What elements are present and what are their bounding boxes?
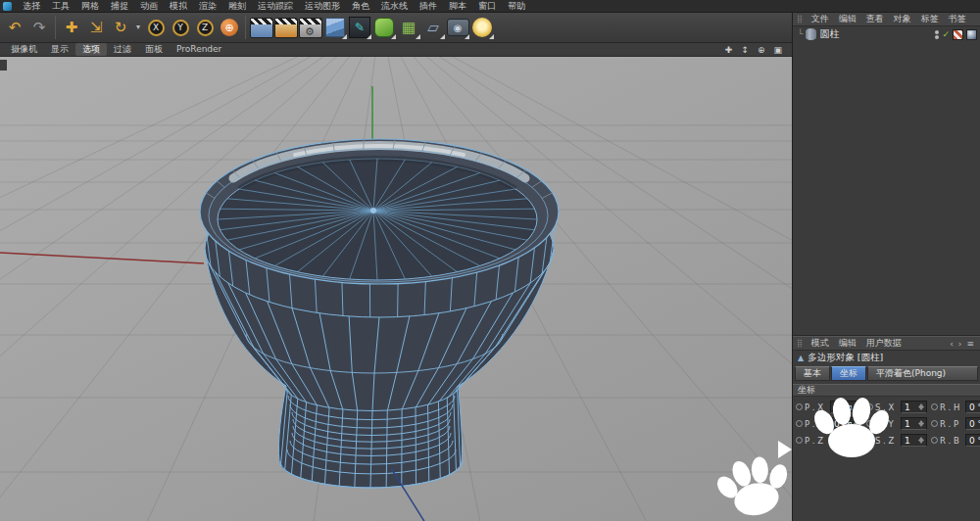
floor-environment-button[interactable]: ▱ <box>421 15 445 40</box>
coord-label: S . X <box>875 403 899 412</box>
menubar-item[interactable]: 雕刻 <box>222 0 252 13</box>
object-name[interactable]: 圆柱 <box>819 27 839 41</box>
attribute-manager-menu-item[interactable]: 编辑 <box>834 337 861 350</box>
keyframe-circle-icon[interactable] <box>866 403 873 410</box>
viewport-dolly-icon[interactable]: ↕ <box>741 45 749 55</box>
tab-phong[interactable]: 平滑着色(Phong) <box>867 366 978 381</box>
viewport[interactable] <box>0 57 792 521</box>
panel-grip-icon[interactable]: ⣿ <box>797 339 803 348</box>
cube-primitive-button[interactable] <box>323 15 347 40</box>
keyframe-circle-icon[interactable] <box>931 403 938 410</box>
scale-cell: S . Y 1 <box>866 417 927 430</box>
options-menu-icon[interactable]: ≡ <box>966 339 974 349</box>
keyframe-circle-icon[interactable] <box>796 437 803 444</box>
viewport-menu-filter[interactable]: 过滤 <box>107 43 138 56</box>
coord-input[interactable]: 1 <box>901 434 927 447</box>
coordinate-system-button[interactable]: ⊕ <box>218 15 241 40</box>
menubar-item[interactable]: 捕捉 <box>105 0 134 13</box>
coord-input[interactable]: 1 <box>901 417 927 430</box>
rotation-cell: R . B 0 ° <box>931 434 980 447</box>
light-button[interactable] <box>470 15 494 40</box>
uvw-tag-icon[interactable] <box>953 29 963 40</box>
camera-button[interactable]: ◉ <box>446 15 469 40</box>
object-manager-menu-item[interactable]: 标签 <box>916 13 944 25</box>
move-tool-button[interactable]: ✚ <box>60 15 83 40</box>
visibility-toggle-dots[interactable] <box>935 29 939 40</box>
menubar-item[interactable]: 运动图形 <box>299 0 346 13</box>
spline-pen-button[interactable]: ✎ <box>348 15 371 40</box>
keyframe-circle-icon[interactable] <box>796 403 803 410</box>
menubar-item[interactable]: 帮助 <box>502 0 531 13</box>
coord-input[interactable]: 0 ° <box>965 417 980 430</box>
cylinder-object-icon <box>806 28 816 40</box>
cylinder-wireframe-model[interactable] <box>200 139 559 488</box>
viewport-pan-icon[interactable]: ✚ <box>725 45 733 55</box>
coord-input[interactable]: 0 cm <box>830 401 862 413</box>
menubar-item[interactable]: 模拟 <box>164 0 193 13</box>
viewport-menu-panel[interactable]: 面板 <box>138 43 170 56</box>
coord-input[interactable]: 0 ° <box>965 401 980 413</box>
coord-input[interactable]: 0 cm <box>830 434 862 447</box>
render-picture-viewer-button[interactable] <box>274 15 298 40</box>
attribute-manager-menu-item[interactable]: 用户数据 <box>861 337 906 350</box>
x-axis-lock-button[interactable]: X <box>144 15 168 40</box>
keyframe-circle-icon[interactable] <box>866 420 873 427</box>
menubar-item[interactable]: 选择 <box>17 0 46 13</box>
attribute-manager-menubar: ⣿ 模式编辑用户数据 ‹ › ≡ <box>793 337 980 351</box>
z-axis-lock-button[interactable]: Z <box>193 15 217 40</box>
menubar-item[interactable]: 工具 <box>46 0 75 13</box>
keyframe-circle-icon[interactable] <box>796 420 803 427</box>
keyframe-circle-icon[interactable] <box>931 420 938 427</box>
menubar-item[interactable]: 窗口 <box>472 0 502 13</box>
coordinates-section-header[interactable]: 坐标 <box>793 384 980 397</box>
object-manager-menu-item[interactable]: 文件 <box>807 13 834 25</box>
menubar-item[interactable]: 角色 <box>346 0 375 13</box>
viewport-menu-cameras[interactable]: 摄像机 <box>4 43 44 56</box>
render-settings-button[interactable]: ⚙ <box>299 15 322 40</box>
menubar-item[interactable]: 动画 <box>134 0 164 13</box>
coord-label: P . Z <box>805 436 828 446</box>
tool-dropdown-icon[interactable]: ▾ <box>133 15 143 40</box>
subdivision-surface-button[interactable] <box>372 15 396 40</box>
menubar-item[interactable]: 脚本 <box>443 0 472 13</box>
scale-tool-button[interactable]: ⇲ <box>84 15 108 40</box>
object-row-cylinder[interactable]: └ 圆柱 ✓ <box>793 26 980 42</box>
menubar-item[interactable]: 渲染 <box>193 0 222 13</box>
coord-input[interactable]: 0 cm <box>830 417 862 430</box>
history-back-icon[interactable]: ‹ <box>950 339 954 349</box>
viewport-menu-options[interactable]: 选项 <box>75 43 107 56</box>
menubar-items: 选择工具网格捕捉动画模拟渲染雕刻运动跟踪运动图形角色流水线插件脚本窗口帮助 <box>17 0 531 13</box>
viewport-menu-prorender[interactable]: ProRender <box>170 43 228 56</box>
y-axis-lock-button[interactable]: Y <box>169 15 192 40</box>
app-logo-icon[interactable] <box>3 2 12 11</box>
coord-input[interactable]: 0 ° <box>965 434 980 447</box>
tab-coordinates[interactable]: 坐标 <box>831 366 866 381</box>
attribute-manager-menu-item[interactable]: 模式 <box>807 337 834 350</box>
array-mograph-button[interactable]: ▦ <box>397 15 420 40</box>
viewport-zoom-icon[interactable]: ⊕ <box>758 45 765 55</box>
menubar-item[interactable]: 运动跟踪 <box>252 0 299 13</box>
object-manager-body[interactable]: └ 圆柱 ✓ <box>793 26 980 335</box>
object-manager-menu-item[interactable]: 查看 <box>861 13 889 25</box>
tab-basic[interactable]: 基本 <box>795 366 830 381</box>
viewport-canvas[interactable] <box>0 57 792 521</box>
menubar-item[interactable]: 网格 <box>75 0 105 13</box>
redo-button[interactable]: ↷ <box>27 15 51 40</box>
keyframe-circle-icon[interactable] <box>866 437 873 444</box>
render-view-button[interactable] <box>250 15 273 40</box>
menubar-item[interactable]: 插件 <box>414 0 443 13</box>
object-manager-menu-item[interactable]: 编辑 <box>834 13 861 25</box>
rotate-tool-button[interactable]: ↻ <box>109 15 132 40</box>
keyframe-circle-icon[interactable] <box>931 437 938 444</box>
phong-tag-icon[interactable] <box>966 29 977 40</box>
history-forward-icon[interactable]: › <box>958 339 962 349</box>
coord-input[interactable]: 1 <box>901 401 927 413</box>
enabled-check-icon[interactable]: ✓ <box>942 29 950 39</box>
viewport-maximize-icon[interactable]: ▣ <box>773 45 782 55</box>
panel-grip-icon[interactable]: ⣿ <box>797 15 803 24</box>
object-manager-menu-item[interactable]: 对象 <box>889 13 916 25</box>
undo-button[interactable]: ↶ <box>3 15 26 40</box>
menubar-item[interactable]: 流水线 <box>375 0 414 13</box>
object-manager-menu-item[interactable]: 书签 <box>944 13 971 25</box>
viewport-menu-display[interactable]: 显示 <box>44 43 75 56</box>
